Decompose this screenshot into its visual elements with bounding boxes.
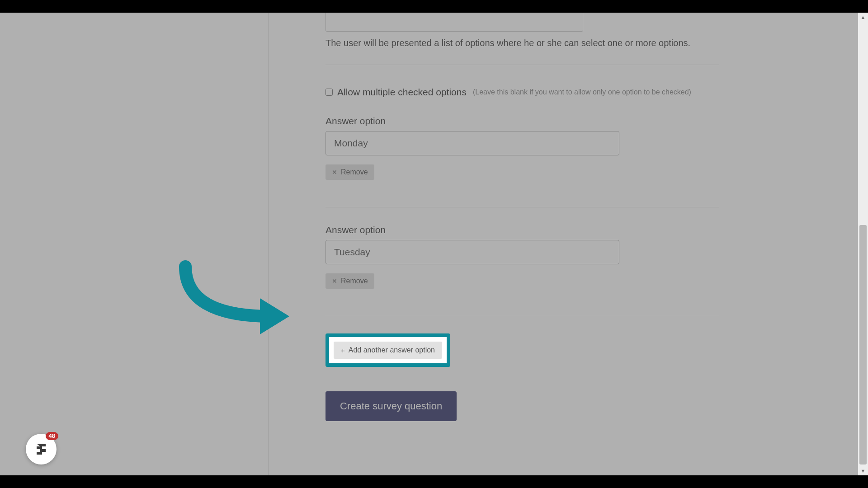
allow-multiple-checkbox[interactable] [326, 89, 333, 96]
answer-option-block: Answer option ✕ Remove [326, 116, 850, 193]
scrollbar-track[interactable]: ▲ ▼ [858, 13, 868, 475]
sidebar-area [0, 13, 269, 475]
option-divider [326, 207, 719, 207]
create-survey-question-button[interactable]: Create survey question [326, 391, 457, 421]
answer-option-input[interactable] [326, 240, 619, 264]
remove-label: Remove [341, 277, 368, 285]
widget-logo-icon [33, 441, 49, 457]
remove-label: Remove [341, 168, 368, 176]
answer-option-label: Answer option [326, 116, 850, 127]
letterbox-bottom [0, 475, 868, 488]
scrollbar-thumb[interactable] [859, 225, 867, 465]
question-type-select[interactable] [326, 12, 583, 32]
widget-notification-badge: 48 [46, 432, 58, 440]
answer-option-label: Answer option [326, 225, 850, 235]
answer-option-block: Answer option ✕ Remove [326, 225, 850, 302]
question-type-hint: The user will be presented a list of opt… [326, 38, 850, 48]
letterbox-top [0, 0, 868, 13]
add-answer-option-button[interactable]: + Add another answer option [334, 342, 442, 359]
remove-icon: ✕ [332, 277, 337, 285]
allow-multiple-label: Allow multiple checked options [337, 87, 467, 98]
page-container: The user will be presented a list of opt… [0, 13, 868, 475]
add-option-wrapper: + Add another answer option [326, 333, 850, 367]
option-divider [326, 316, 719, 316]
scroll-down-icon[interactable]: ▼ [858, 466, 868, 475]
allow-multiple-row: Allow multiple checked options (Leave th… [326, 87, 850, 98]
answer-option-input[interactable] [326, 131, 619, 155]
tutorial-highlight: + Add another answer option [326, 333, 450, 367]
main-content: The user will be presented a list of opt… [269, 13, 868, 475]
scroll-up-icon[interactable]: ▲ [858, 13, 868, 22]
section-divider [326, 65, 719, 65]
add-option-label: Add another answer option [349, 346, 435, 354]
remove-option-button[interactable]: ✕ Remove [326, 273, 374, 289]
help-widget-button[interactable]: 48 [26, 434, 57, 465]
plus-icon: + [341, 347, 345, 354]
allow-multiple-hint: (Leave this blank if you want to allow o… [473, 88, 691, 96]
remove-icon: ✕ [332, 169, 337, 176]
remove-option-button[interactable]: ✕ Remove [326, 164, 374, 180]
